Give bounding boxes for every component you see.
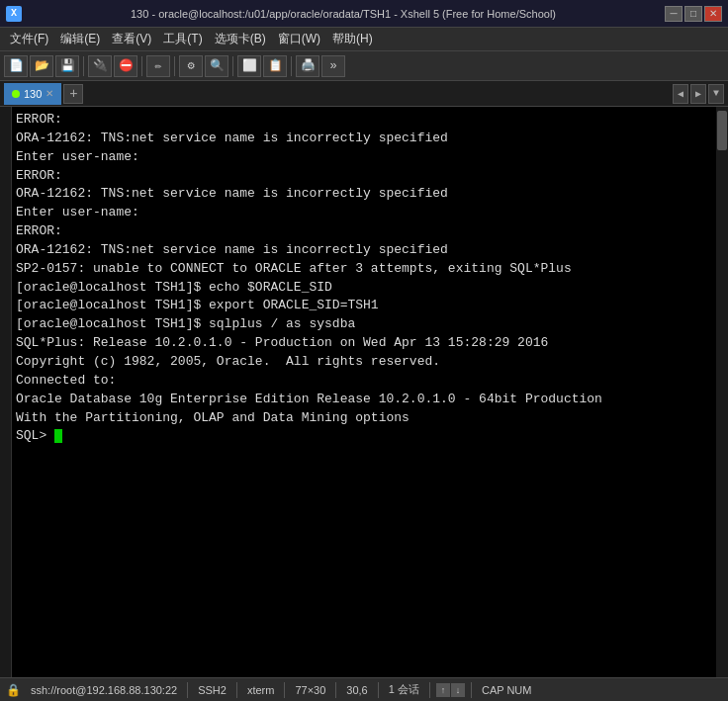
terminal[interactable]: ERROR:ORA-12162: TNS:net service name is… xyxy=(12,107,716,677)
status-sep5 xyxy=(378,682,379,698)
menu-edit[interactable]: 编辑(E) xyxy=(54,29,106,49)
menu-view[interactable]: 查看(V) xyxy=(106,29,157,49)
app-icon: X xyxy=(6,6,22,22)
terminal-line: ERROR: xyxy=(16,111,712,130)
terminal-line: ORA-12162: TNS:net service name is incor… xyxy=(16,130,712,148)
status-sep1 xyxy=(187,682,188,698)
toolbar-connect[interactable]: 🔌 xyxy=(88,55,112,77)
minimize-button[interactable]: ─ xyxy=(665,6,682,22)
toolbar-sep5 xyxy=(291,56,292,76)
download-arrow[interactable]: ↓ xyxy=(451,683,465,697)
terminal-line: [oracle@localhost TSH1]$ export ORACLE_S… xyxy=(16,297,712,315)
tabbar: 130 ✕ + ◀ ▶ ▼ xyxy=(0,81,728,107)
toolbar-open[interactable]: 📂 xyxy=(30,55,53,77)
terminal-line: Connected to: xyxy=(16,372,712,391)
tab-next-button[interactable]: ▶ xyxy=(690,84,706,104)
toolbar: 📄 📂 💾 🔌 ⛔ ✏️ ⚙️ 🔍 ⬜ 📋 🖨️ » xyxy=(0,51,728,81)
terminal-line: Copyright (c) 1982, 2005, Oracle. All ri… xyxy=(16,353,712,372)
tab-label: 130 xyxy=(24,88,42,100)
status-sep7 xyxy=(471,682,472,698)
sessions-label: 1 会话 xyxy=(385,682,423,697)
tab-prev-button[interactable]: ◀ xyxy=(673,84,688,104)
terminal-line: [oracle@localhost TSH1]$ sqlplus / as sy… xyxy=(16,315,712,334)
toolbar-print[interactable]: 🖨️ xyxy=(296,55,319,77)
terminal-line: ORA-12162: TNS:net service name is incor… xyxy=(16,185,712,204)
scrollbar[interactable] xyxy=(716,107,728,677)
toolbar-sep2 xyxy=(141,56,142,76)
lock-icon: 🔒 xyxy=(6,683,21,697)
titlebar: X 130 - oracle@localhost:/u01/app/oracle… xyxy=(0,0,728,28)
menu-tools[interactable]: 工具(T) xyxy=(157,29,208,49)
status-sep3 xyxy=(284,682,285,698)
terminal-line: ERROR: xyxy=(16,167,712,186)
menu-help[interactable]: 帮助(H) xyxy=(326,29,379,49)
menu-window[interactable]: 窗口(W) xyxy=(272,29,326,49)
tab-menu-button[interactable]: ▼ xyxy=(708,84,724,104)
cursor-pos: 30,6 xyxy=(342,684,371,696)
terminal-wrapper: ERROR:ORA-12162: TNS:net service name is… xyxy=(0,107,728,677)
tab-status-dot xyxy=(12,90,20,98)
toolbar-disconnect[interactable]: ⛔ xyxy=(114,55,137,77)
terminal-line: SP2-0157: unable to CONNECT to ORACLE af… xyxy=(16,260,712,279)
toolbar-search[interactable]: 🔍 xyxy=(205,55,228,77)
titlebar-title: 130 - oracle@localhost:/u01/app/oracle/o… xyxy=(26,8,661,20)
menu-tabs[interactable]: 选项卡(B) xyxy=(209,29,272,49)
terminal-line: Enter user-name: xyxy=(16,148,712,167)
terminal-line: ERROR: xyxy=(16,222,712,241)
tab-add-button[interactable]: + xyxy=(63,84,83,104)
toolbar-new[interactable]: 📄 xyxy=(4,55,28,77)
xterm-label: xterm xyxy=(243,684,279,696)
menubar: 文件(F) 编辑(E) 查看(V) 工具(T) 选项卡(B) 窗口(W) 帮助(… xyxy=(0,28,728,51)
ssh-address: ssh://root@192.168.88.130:22 xyxy=(27,684,181,696)
status-sep4 xyxy=(335,682,336,698)
ssh2-label: SSH2 xyxy=(194,684,230,696)
tab-navigation: ◀ ▶ ▼ xyxy=(673,84,724,104)
tab-130[interactable]: 130 ✕ xyxy=(4,83,61,105)
toolbar-settings[interactable]: ⚙️ xyxy=(179,55,203,77)
maximize-button[interactable]: □ xyxy=(684,6,702,22)
caps-num-label: CAP NUM xyxy=(478,684,536,696)
toolbar-sep3 xyxy=(174,56,175,76)
toolbar-sep4 xyxy=(232,56,233,76)
terminal-line: SQL*Plus: Release 10.2.0.1.0 - Productio… xyxy=(16,334,712,353)
terminal-line: With the Partitioning, OLAP and Data Min… xyxy=(16,409,712,428)
statusbar: 🔒 ssh://root@192.168.88.130:22 SSH2 xter… xyxy=(0,677,728,701)
terminal-gutter xyxy=(0,107,12,677)
terminal-size: 77×30 xyxy=(291,684,329,696)
terminal-cursor xyxy=(54,429,62,443)
toolbar-pencil[interactable]: ✏️ xyxy=(146,55,170,77)
upload-arrow[interactable]: ↑ xyxy=(436,683,450,697)
toolbar-save[interactable]: 💾 xyxy=(55,55,79,77)
window-controls: ─ □ ✕ xyxy=(665,6,722,22)
toolbar-sep1 xyxy=(83,56,84,76)
scrollbar-thumb[interactable] xyxy=(717,111,727,150)
terminal-line: ORA-12162: TNS:net service name is incor… xyxy=(16,241,712,260)
terminal-line: Oracle Database 10g Enterprise Edition R… xyxy=(16,391,712,409)
terminal-line: [oracle@localhost TSH1]$ echo $ORACLE_SI… xyxy=(16,279,712,298)
status-sep6 xyxy=(429,682,430,698)
toolbar-copy[interactable]: ⬜ xyxy=(237,55,261,77)
toolbar-more[interactable]: » xyxy=(321,55,345,77)
close-button[interactable]: ✕ xyxy=(704,6,722,22)
terminal-line: SQL> xyxy=(16,427,712,446)
toolbar-paste[interactable]: 📋 xyxy=(263,55,287,77)
status-transfer-arrows: ↑ ↓ xyxy=(436,683,465,697)
status-sep2 xyxy=(236,682,237,698)
terminal-line: Enter user-name: xyxy=(16,204,712,222)
menu-file[interactable]: 文件(F) xyxy=(4,29,54,49)
tab-close-icon[interactable]: ✕ xyxy=(46,88,53,99)
